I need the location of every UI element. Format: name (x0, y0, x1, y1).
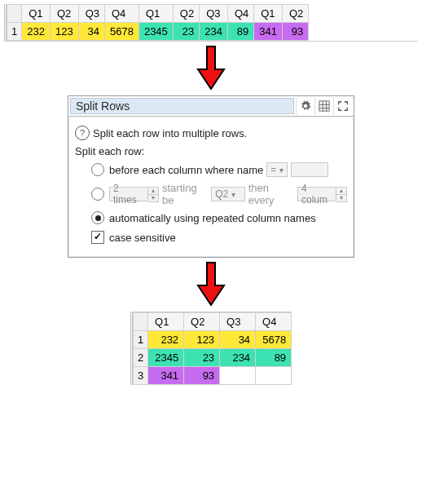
name-value-field[interactable] (291, 162, 328, 177)
data-cell: 341 (254, 23, 283, 41)
column-header: Q2 (282, 5, 308, 23)
start-column-dropdown[interactable]: Q2 (211, 187, 245, 201)
column-header: Q2 (184, 313, 220, 331)
arrow-down-1 (4, 45, 418, 91)
data-cell: 93 (282, 23, 308, 41)
case-sensitive-checkbox[interactable] (91, 231, 104, 244)
column-header: Q4 (104, 5, 138, 23)
column-header: Q4 (256, 313, 292, 331)
column-header: Q3 (200, 5, 228, 23)
corner-cell (7, 5, 22, 23)
case-sensitive-label: case sensitive (109, 232, 176, 244)
radio-auto-repeated[interactable] (91, 211, 104, 224)
data-cell (220, 367, 256, 385)
radio-n-times[interactable] (91, 188, 104, 201)
output-table: Q1Q2Q3Q41232123345678223452323489334193 (130, 312, 292, 385)
data-cell: 232 (22, 23, 51, 41)
data-cell (256, 367, 292, 385)
data-cell: 5678 (256, 331, 292, 349)
times-spinner[interactable]: 2 times ▴▾ (109, 187, 159, 202)
gear-icon[interactable] (296, 98, 314, 114)
input-table: Q1Q2Q3Q4Q1Q2Q3Q4Q1Q212321233456782345232… (4, 4, 418, 42)
data-cell: 2345 (148, 349, 184, 367)
arrow-down-2 (4, 261, 418, 307)
data-cell: 89 (256, 349, 292, 367)
data-cell: 2345 (138, 23, 173, 41)
opt3-label: automatically using repeated column name… (109, 212, 316, 224)
opt1-label: before each column where name (109, 164, 263, 176)
dialog-title: Split Rows (70, 98, 294, 114)
data-cell: 232 (148, 331, 184, 349)
grid-icon[interactable] (314, 98, 333, 114)
column-header: Q4 (227, 5, 253, 23)
radio-before-column[interactable] (91, 163, 104, 176)
data-cell: 23 (173, 23, 199, 41)
data-cell: 234 (220, 349, 256, 367)
column-header: Q2 (173, 5, 199, 23)
data-cell: 34 (78, 23, 104, 41)
column-header: Q1 (22, 5, 51, 23)
column-header: Q1 (254, 5, 283, 23)
split-each-row-label: Split each row: (75, 145, 144, 157)
data-cell: 5678 (104, 23, 138, 41)
row-number: 1 (7, 23, 22, 41)
data-cell: 89 (227, 23, 253, 41)
opt2-then: then every (248, 182, 294, 206)
data-cell: 341 (148, 367, 184, 385)
dialog-description: Split each row into multiple rows. (93, 127, 247, 139)
expand-icon[interactable] (333, 98, 352, 114)
column-header: Q2 (50, 5, 78, 23)
opt2-mid: starting be (162, 182, 208, 206)
every-spinner[interactable]: 4 colum ▴▾ (297, 187, 347, 202)
column-header: Q3 (78, 5, 104, 23)
column-header: Q1 (148, 313, 184, 331)
corner-cell (133, 313, 147, 331)
column-header: Q1 (138, 5, 173, 23)
row-number: 2 (133, 349, 147, 367)
help-icon[interactable]: ? (75, 126, 90, 140)
split-rows-dialog: Split Rows ? Split each row into multipl… (68, 95, 354, 258)
data-cell: 23 (184, 349, 220, 367)
operator-dropdown[interactable]: = (266, 162, 288, 177)
column-header: Q3 (220, 313, 256, 331)
row-number: 1 (133, 331, 147, 349)
data-cell: 34 (220, 331, 256, 349)
data-cell: 234 (200, 23, 228, 41)
row-number: 3 (133, 367, 147, 385)
data-cell: 123 (184, 331, 220, 349)
data-cell: 93 (184, 367, 220, 385)
data-cell: 123 (50, 23, 78, 41)
